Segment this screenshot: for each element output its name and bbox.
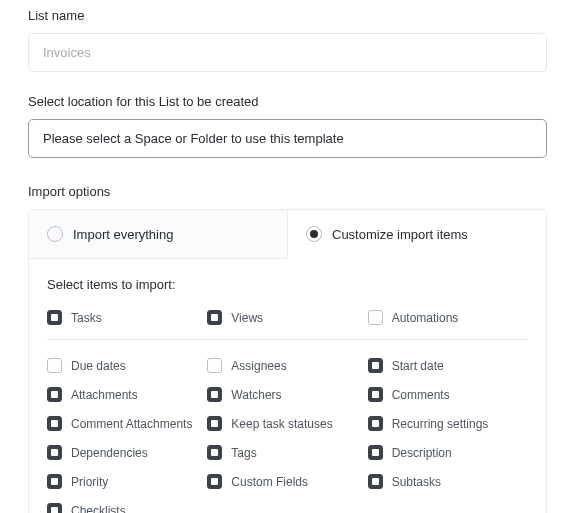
checkbox-tasks[interactable]: Tasks — [47, 310, 207, 325]
checkbox-label: Recurring settings — [392, 417, 489, 431]
checkbox-icon — [368, 445, 383, 460]
checkbox-label: Keep task statuses — [231, 417, 332, 431]
checkbox-tags[interactable]: Tags — [207, 445, 367, 460]
checkbox-custom_fields[interactable]: Custom Fields — [207, 474, 367, 489]
checkbox-label: Views — [231, 311, 263, 325]
import-items-column: Start dateCommentsRecurring settingsDesc… — [368, 358, 528, 513]
checkbox-icon — [47, 416, 62, 431]
checkbox-comments[interactable]: Comments — [368, 387, 528, 402]
checkbox-watchers[interactable]: Watchers — [207, 387, 367, 402]
top-import-items: TasksViewsAutomations — [47, 310, 528, 325]
checkbox-label: Start date — [392, 359, 444, 373]
checkbox-label: Assignees — [231, 359, 286, 373]
checkbox-dependencies[interactable]: Dependencies — [47, 445, 207, 460]
checkbox-automations[interactable]: Automations — [368, 310, 528, 325]
checkbox-label: Dependencies — [71, 446, 148, 460]
checkbox-icon — [207, 387, 222, 402]
panel-body: Select items to import: TasksViewsAutoma… — [29, 259, 546, 513]
tab-customize-import[interactable]: Customize import items — [288, 210, 546, 259]
import-options-label: Import options — [28, 184, 547, 199]
checkbox-label: Watchers — [231, 388, 281, 402]
list-name-label: List name — [28, 8, 547, 23]
checkbox-icon — [207, 358, 222, 373]
checkbox-description[interactable]: Description — [368, 445, 528, 460]
checkbox-label: Subtasks — [392, 475, 441, 489]
list-name-input[interactable] — [28, 33, 547, 72]
import-items-grid: Due datesAttachmentsComment AttachmentsD… — [47, 358, 528, 513]
checkbox-icon — [47, 503, 62, 513]
import-tabs: Import everything Customize import items — [29, 210, 546, 259]
tab-import-everything[interactable]: Import everything — [29, 210, 288, 259]
checkbox-label: Tags — [231, 446, 256, 460]
checkbox-icon — [47, 310, 62, 325]
checkbox-icon — [207, 474, 222, 489]
checkbox-due_dates[interactable]: Due dates — [47, 358, 207, 373]
checkbox-start_date[interactable]: Start date — [368, 358, 528, 373]
checkbox-icon — [47, 474, 62, 489]
import-options-panel: Import everything Customize import items… — [28, 209, 547, 513]
checkbox-label: Priority — [71, 475, 108, 489]
tab-label: Import everything — [73, 227, 173, 242]
checkbox-label: Automations — [392, 311, 459, 325]
checkbox-icon — [47, 445, 62, 460]
checkbox-subtasks[interactable]: Subtasks — [368, 474, 528, 489]
import-items-column: Due datesAttachmentsComment AttachmentsD… — [47, 358, 207, 513]
select-items-label: Select items to import: — [47, 277, 528, 292]
checkbox-icon — [368, 387, 383, 402]
checkbox-label: Comment Attachments — [71, 417, 192, 431]
checkbox-icon — [368, 474, 383, 489]
checkbox-checklists[interactable]: Checklists — [47, 503, 207, 513]
checkbox-icon — [207, 310, 222, 325]
radio-icon — [47, 226, 63, 242]
checkbox-icon — [47, 358, 62, 373]
location-label: Select location for this List to be crea… — [28, 94, 547, 109]
checkbox-icon — [368, 358, 383, 373]
checkbox-label: Attachments — [71, 388, 138, 402]
divider — [47, 339, 528, 340]
checkbox-attachments[interactable]: Attachments — [47, 387, 207, 402]
checkbox-icon — [207, 445, 222, 460]
checkbox-keep_task_statuses[interactable]: Keep task statuses — [207, 416, 367, 431]
checkbox-assignees[interactable]: Assignees — [207, 358, 367, 373]
checkbox-label: Custom Fields — [231, 475, 308, 489]
checkbox-label: Comments — [392, 388, 450, 402]
import-items-column: AssigneesWatchersKeep task statusesTagsC… — [207, 358, 367, 513]
tab-label: Customize import items — [332, 227, 468, 242]
checkbox-label: Checklists — [71, 504, 126, 514]
checkbox-label: Due dates — [71, 359, 126, 373]
checkbox-label: Tasks — [71, 311, 102, 325]
checkbox-priority[interactable]: Priority — [47, 474, 207, 489]
location-select[interactable]: Please select a Space or Folder to use t… — [28, 119, 547, 158]
checkbox-label: Description — [392, 446, 452, 460]
radio-icon — [306, 226, 322, 242]
checkbox-icon — [47, 387, 62, 402]
checkbox-recurring_settings[interactable]: Recurring settings — [368, 416, 528, 431]
checkbox-comment_attachments[interactable]: Comment Attachments — [47, 416, 207, 431]
checkbox-icon — [368, 416, 383, 431]
checkbox-views[interactable]: Views — [207, 310, 367, 325]
checkbox-icon — [368, 310, 383, 325]
checkbox-icon — [207, 416, 222, 431]
